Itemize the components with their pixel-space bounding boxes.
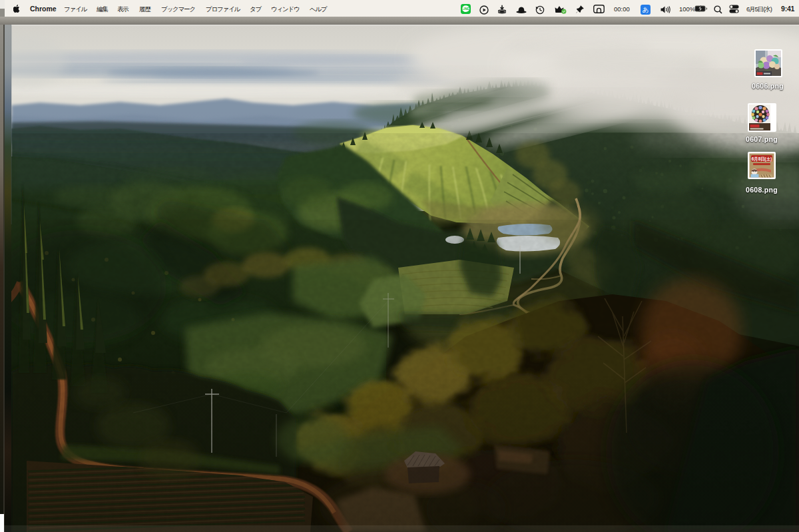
- svg-text:6月8日(土): 6月8日(土): [752, 156, 772, 162]
- svg-text:LINE: LINE: [462, 7, 469, 11]
- svg-text:あ: あ: [643, 6, 649, 13]
